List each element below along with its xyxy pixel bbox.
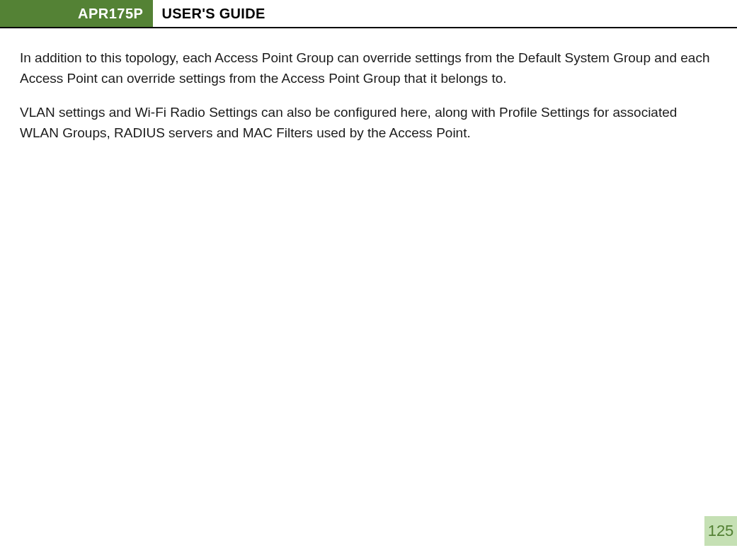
paragraph-2: VLAN settings and Wi-Fi Radio Settings c…: [20, 103, 717, 143]
product-model-badge: APR175P: [0, 0, 153, 27]
paragraph-1: In addition to this topology, each Acces…: [20, 48, 717, 88]
page-content: In addition to this topology, each Acces…: [0, 28, 737, 143]
page-number-box: 125: [704, 516, 737, 546]
document-title: USER'S GUIDE: [153, 0, 265, 27]
page-number: 125: [708, 522, 734, 540]
product-model: APR175P: [78, 6, 143, 22]
page-header: APR175P USER'S GUIDE: [0, 0, 737, 28]
